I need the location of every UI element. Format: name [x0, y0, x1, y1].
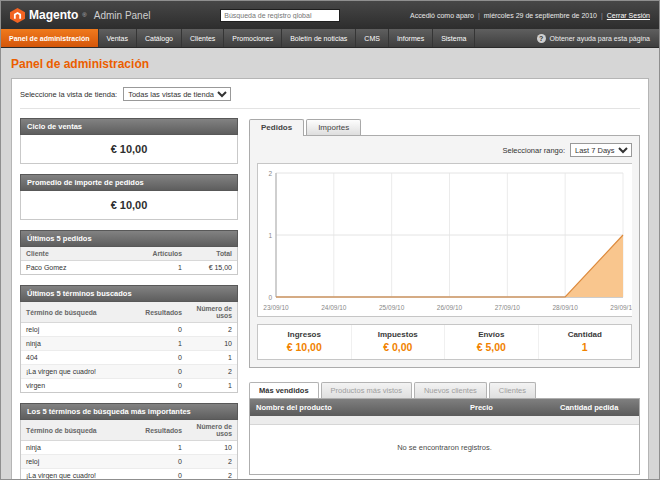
orders-chart-svg: 23/09/1024/09/1025/09/1026/09/1027/09/10… — [258, 164, 632, 316]
magento-logo-icon — [10, 8, 25, 23]
svg-text:25/09/10: 25/09/10 — [379, 304, 405, 311]
page-title: Panel de administración — [11, 57, 649, 71]
nav-item[interactable]: Ventas — [99, 29, 137, 47]
separator: | — [601, 12, 603, 19]
table-row: ninja110 — [21, 441, 237, 455]
stat-ingresos: Ingresos € 10,00 — [258, 325, 351, 359]
logo-subtitle: Admin Panel — [94, 10, 151, 21]
panel-title: Promedio de importe de pedidos — [20, 174, 238, 191]
nav-item[interactable]: Clientes — [182, 29, 224, 47]
table-cell: 1 — [137, 261, 187, 275]
nav-item[interactable]: Panel de administración — [1, 29, 99, 47]
tab-clientes[interactable]: Clientes — [489, 382, 536, 399]
table-cell: 0 — [137, 379, 187, 393]
table-cell: 0 — [137, 323, 187, 337]
panel-title: Ciclo de ventas — [20, 118, 238, 135]
table-cell: 1 — [137, 337, 187, 351]
grid-filter-row — [250, 416, 639, 425]
last-orders-table: Cliente Artículos Total Paco Gomez1€ 15,… — [21, 247, 237, 274]
table-cell: reloj — [21, 323, 137, 337]
dashboard-left-column: Ciclo de ventas € 10,00 Promedio de impo… — [20, 118, 238, 480]
table-cell: Paco Gomez — [21, 261, 137, 275]
nav-item[interactable]: Catálogo — [137, 29, 182, 47]
table-cell: ¡La virgen que cuadro! — [21, 469, 137, 480]
average-orders-panel: Promedio de importe de pedidos € 10,00 — [20, 174, 238, 220]
table-cell: 1 — [187, 351, 237, 365]
svg-text:29/09/10: 29/09/10 — [610, 304, 632, 311]
column-header: Resultados — [137, 302, 187, 323]
table-cell: 0 — [137, 469, 187, 480]
svg-text:26/09/10: 26/09/10 — [437, 304, 463, 311]
tab-importes[interactable]: Importes — [306, 119, 361, 136]
table-cell: ninja — [21, 441, 137, 455]
nav-item[interactable]: CMS — [356, 29, 389, 47]
nav-item[interactable]: Informes — [389, 29, 433, 47]
empty-records-message: No se encontraron registros. — [250, 425, 639, 474]
table-cell: virgen — [21, 379, 137, 393]
logged-in-as: Accedió como aparo — [410, 12, 474, 19]
tab-productos-mas-vistos[interactable]: Productos más vistos — [321, 382, 412, 399]
range-label: Seleccionar rango: — [502, 146, 565, 155]
nav-item[interactable]: Promociones — [224, 29, 282, 47]
range-select[interactable]: Last 7 Days — [570, 143, 632, 157]
table-cell: 1 — [137, 441, 187, 455]
column-header: Término de búsqueda — [21, 302, 137, 323]
column-header: Artículos — [137, 247, 187, 261]
main-nav: Panel de administraciónVentasCatálogoCli… — [1, 29, 659, 48]
help-icon: ? — [537, 34, 546, 43]
table-cell: reloj — [21, 455, 137, 469]
table-cell: ninja — [21, 337, 137, 351]
magento-logo: Magento® Admin Panel — [10, 8, 150, 23]
last-orders-panel: Últimos 5 pedidos Cliente Artículos Tota… — [20, 230, 238, 275]
table-row: reloj02 — [21, 455, 237, 469]
table-cell: 0 — [137, 365, 187, 379]
tab-nuevos-clientes[interactable]: Nuevos clientes — [414, 382, 487, 399]
chart-tabs: Pedidos Importes — [249, 118, 640, 135]
logo-title: Magento — [29, 8, 78, 22]
table-cell: 0 — [137, 351, 187, 365]
logout-link[interactable]: Cerrar Sesión — [607, 12, 650, 19]
dashboard-right-column: Pedidos Importes Seleccionar rango: Last… — [249, 118, 640, 475]
column-header: Número de usos — [187, 302, 237, 323]
panel-title: Últimos 5 pedidos — [20, 230, 238, 247]
orders-chart-panel: Seleccionar rango: Last 7 Days 23/09/102… — [249, 135, 640, 368]
column-header: Término de búsqueda — [21, 420, 137, 441]
stat-envios: Envíos € 5,00 — [444, 325, 538, 359]
table-cell: 1 — [187, 379, 237, 393]
store-view-row: Seleccione la vista de tienda: Todas las… — [20, 87, 640, 109]
nav-item[interactable]: Boletín de noticias — [282, 29, 356, 47]
tab-mas-vendidos[interactable]: Más vendidos — [249, 382, 319, 399]
table-row: Paco Gomez1€ 15,00 — [21, 261, 237, 275]
global-search-input[interactable] — [220, 9, 340, 22]
table-cell: 2 — [187, 469, 237, 480]
column-header: Resultados — [137, 420, 187, 441]
svg-text:27/09/10: 27/09/10 — [495, 304, 521, 311]
table-cell: 10 — [187, 337, 237, 351]
top-search-terms-panel: Los 5 términos de búsqueda más important… — [20, 403, 238, 480]
nav-item[interactable]: Sistema — [433, 29, 475, 47]
lifetime-sales-panel: Ciclo de ventas € 10,00 — [20, 118, 238, 164]
svg-text:24/09/10: 24/09/10 — [321, 304, 347, 311]
stat-impuestos: Impuestos € 0,00 — [351, 325, 445, 359]
table-cell: 0 — [137, 455, 187, 469]
table-row: ¡La virgen que cuadro!02 — [21, 469, 237, 480]
stat-cantidad: Cantidad 1 — [538, 325, 632, 359]
help-link[interactable]: ? Obtener ayuda para esta página — [528, 29, 659, 47]
products-grid: Nombre del producto Precio Cantidad pedi… — [249, 398, 640, 475]
column-header: Precio — [464, 399, 554, 416]
last-search-terms-panel: Últimos 5 términos buscados Término de b… — [20, 285, 238, 393]
table-row: 40401 — [21, 351, 237, 365]
store-view-select[interactable]: Todas las vistas de tienda — [123, 87, 231, 101]
column-header: Nombre del producto — [250, 399, 464, 416]
top-search-terms-table: Término de búsqueda Resultados Número de… — [21, 420, 237, 480]
current-date: miércoles 29 de septiembre de 2010 — [484, 12, 597, 19]
svg-text:28/09/10: 28/09/10 — [553, 304, 579, 311]
page-content: Panel de administración Seleccione la vi… — [1, 48, 659, 480]
table-row: ninja110 — [21, 337, 237, 351]
tab-pedidos[interactable]: Pedidos — [249, 119, 304, 136]
table-cell: € 15,00 — [187, 261, 237, 275]
orders-chart: 23/09/1024/09/1025/09/1026/09/1027/09/10… — [257, 163, 632, 317]
column-header: Total — [187, 247, 237, 261]
column-header: Cantidad pedida — [554, 399, 639, 416]
panel-title: Los 5 términos de búsqueda más important… — [20, 403, 238, 420]
